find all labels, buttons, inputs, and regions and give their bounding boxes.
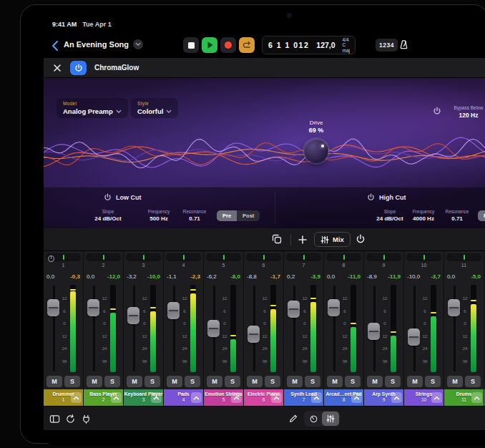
fader-handle[interactable]: [167, 302, 180, 319]
pan-slider[interactable]: [86, 253, 121, 261]
solo-button[interactable]: S: [265, 376, 280, 387]
solo-button[interactable]: S: [305, 376, 320, 387]
solo-button[interactable]: S: [104, 376, 120, 387]
cycle-button[interactable]: [239, 37, 255, 53]
chevron-up-icon[interactable]: [431, 392, 442, 403]
chevron-up-icon[interactable]: [271, 392, 282, 403]
fader-handle[interactable]: [448, 299, 460, 316]
high-cut-power-icon[interactable]: [367, 193, 375, 201]
chevron-up-icon[interactable]: [351, 392, 362, 403]
track-nameplate[interactable]: Bass Player 2: [84, 389, 123, 406]
track-nameplate[interactable]: Pads 4: [164, 389, 203, 406]
close-icon[interactable]: [52, 63, 62, 73]
low-cut-post-button[interactable]: Post: [237, 210, 260, 221]
pan-slider[interactable]: [166, 253, 201, 261]
mute-button[interactable]: M: [207, 376, 222, 387]
style-selector[interactable]: Style Colorful: [131, 98, 178, 118]
solo-button[interactable]: S: [64, 376, 80, 387]
solo-button[interactable]: S: [465, 376, 481, 387]
mute-button[interactable]: M: [46, 376, 62, 387]
pan-slider[interactable]: [286, 253, 321, 261]
solo-button[interactable]: S: [144, 376, 160, 387]
high-cut-pre-button[interactable]: Pre: [478, 210, 485, 221]
track-nameplate[interactable]: Electric Piano 6: [244, 389, 283, 406]
fader-handle[interactable]: [368, 323, 380, 340]
pan-slider[interactable]: [366, 253, 401, 261]
stop-button[interactable]: [183, 37, 199, 53]
add-track-icon[interactable]: [298, 235, 308, 245]
back-icon[interactable]: [51, 40, 59, 52]
chevron-up-icon[interactable]: [151, 392, 162, 403]
loops-icon[interactable]: [65, 414, 76, 424]
mute-button[interactable]: M: [367, 376, 383, 387]
model-selector[interactable]: Model Analog Preamp: [57, 98, 128, 118]
edit-pencil-icon[interactable]: [288, 414, 298, 424]
song-title-button[interactable]: An Evening Song: [64, 39, 143, 49]
channel-power-icon[interactable]: [356, 234, 366, 244]
fader-handle[interactable]: [127, 307, 139, 324]
low-cut-resonance[interactable]: Resonance 0.71: [178, 209, 211, 222]
bypass-power-icon[interactable]: [433, 107, 441, 115]
pan-slider[interactable]: [206, 253, 241, 261]
pan-slider[interactable]: [126, 253, 161, 261]
mute-button[interactable]: M: [327, 376, 343, 387]
fader-handle[interactable]: [87, 299, 99, 316]
pan-mode-icon[interactable]: [47, 255, 55, 263]
pan-slider[interactable]: [326, 253, 361, 261]
low-cut-pre-button[interactable]: Pre: [217, 210, 237, 221]
metronome-icon[interactable]: [398, 39, 409, 50]
solo-button[interactable]: S: [225, 376, 240, 387]
plugin-power-button[interactable]: [70, 61, 87, 75]
controls-view-button[interactable]: [305, 412, 322, 426]
mute-button[interactable]: M: [247, 376, 263, 387]
play-button[interactable]: [202, 37, 217, 53]
fader-handle[interactable]: [47, 299, 59, 316]
solo-button[interactable]: S: [185, 376, 200, 387]
chevron-up-icon[interactable]: [311, 392, 322, 403]
track-nameplate[interactable]: Emotion Strings 5: [204, 389, 243, 406]
duplicate-icon[interactable]: [271, 233, 283, 245]
low-cut-frequency[interactable]: Frequency 500 Hz: [139, 209, 178, 222]
count-in-button[interactable]: 1234: [376, 39, 398, 52]
fader-handle[interactable]: [207, 320, 220, 337]
lcd-display[interactable]: 6 1 1 012 127,0 4/4 C maj: [262, 36, 356, 54]
chevron-up-icon[interactable]: [391, 392, 402, 403]
pan-slider[interactable]: [406, 253, 441, 261]
record-button[interactable]: [220, 37, 236, 53]
solo-button[interactable]: S: [385, 376, 401, 387]
high-cut-frequency[interactable]: Frequency 4000 Hz: [403, 209, 444, 222]
chevron-up-icon[interactable]: [191, 392, 202, 403]
track-nameplate[interactable]: Drums 11: [444, 389, 484, 406]
mute-button[interactable]: M: [287, 376, 303, 387]
mute-button[interactable]: M: [87, 376, 102, 387]
mixer-view-button[interactable]: [322, 412, 339, 426]
chevron-up-icon[interactable]: [471, 392, 482, 403]
chevron-up-icon[interactable]: [231, 392, 242, 403]
fader-handle[interactable]: [248, 326, 260, 343]
solo-button[interactable]: S: [425, 376, 441, 387]
track-nameplate[interactable]: Keyboard Player 3: [124, 389, 163, 406]
mute-button[interactable]: M: [127, 376, 142, 387]
fader-handle[interactable]: [408, 328, 420, 346]
track-nameplate[interactable]: Arcad…eet Pad 8: [324, 389, 363, 406]
pan-slider[interactable]: [246, 253, 281, 261]
track-nameplate[interactable]: Synth Lead 7: [284, 389, 323, 406]
track-nameplate[interactable]: Strings 10: [404, 389, 444, 406]
pan-slider[interactable]: [446, 253, 481, 261]
chevron-up-icon[interactable]: [111, 392, 122, 403]
mute-button[interactable]: M: [447, 376, 463, 387]
track-nameplate[interactable]: Drummer 1: [44, 389, 83, 406]
high-cut-resonance[interactable]: Resonance 0.71: [439, 209, 475, 222]
mute-button[interactable]: M: [167, 376, 182, 387]
low-cut-power-icon[interactable]: [104, 193, 112, 201]
plugin-icon[interactable]: [81, 414, 92, 424]
chevron-up-icon[interactable]: [71, 392, 82, 403]
fader-handle[interactable]: [328, 299, 340, 316]
bypass-below-control[interactable]: Bypass Below 120 Hz: [449, 105, 485, 119]
fader-handle[interactable]: [288, 301, 300, 318]
browser-icon[interactable]: [49, 414, 60, 424]
track-nameplate[interactable]: Arp Synth 9: [364, 389, 403, 406]
solo-button[interactable]: S: [345, 376, 361, 387]
drive-knob[interactable]: [304, 139, 328, 163]
mix-button[interactable]: Mix: [314, 232, 351, 247]
